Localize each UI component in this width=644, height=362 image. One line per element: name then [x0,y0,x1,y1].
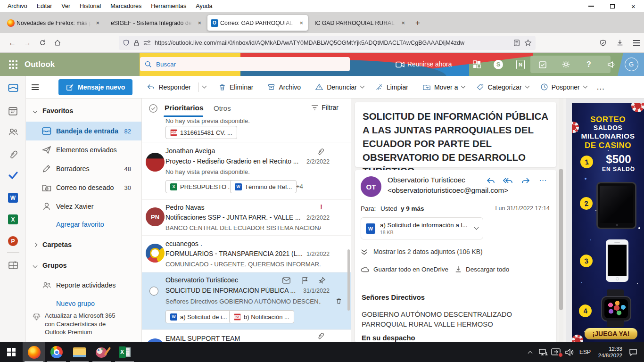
save-onedrive-button[interactable]: Guardar todo en OneDrive [361,266,448,273]
tab-esigef[interactable]: eSIGEF - Sistema Integrado de Gestió × [106,15,206,31]
toolbar-more-button[interactable]: … [596,82,606,92]
rail-excel-icon[interactable]: X [0,214,26,224]
tab-outlook-mail-active[interactable]: O Correo: GAD PARROQUIAL VALL × [207,15,308,31]
flag-icon[interactable] [302,277,308,284]
sidebar-item-drafts[interactable]: Borradores 48 [26,159,141,178]
add-favorite-link[interactable]: Agregar favorito [26,216,141,233]
sidebar-item-sent[interactable]: Elementos enviados [26,140,141,159]
filter-button[interactable]: Filtrar [311,104,339,111]
action-needed-icon[interactable] [551,347,563,357]
attachment-chip[interactable]: PDF 1316615481 CV. ... [165,126,237,139]
delete-button[interactable]: Eliminar [218,83,257,91]
sidebar-item-group[interactable]: Reporte actividades [26,277,141,294]
sweep-button[interactable]: Limpiar [375,83,412,91]
settings-gear-icon[interactable] [559,53,573,76]
to-more[interactable]: y 9 más [401,205,424,212]
forward-icon[interactable] [521,177,530,185]
groups-header[interactable]: Grupos [26,257,141,274]
ad-banner[interactable]: SORTEO SALDOS MILLONARIOS DE CASINO 1 $5… [572,103,644,342]
rail-people-icon[interactable] [0,128,26,137]
show-attachments-toggle[interactable]: Mostrar los 2 datos adjuntos (106 KB) [361,248,483,255]
downloads-icon[interactable] [616,39,624,47]
download-all-button[interactable]: Descargar todo [455,266,509,273]
tab-firefox-news[interactable]: Novedades de Firefox: más priva × [4,15,104,31]
list-item-observatorio-selected[interactable]: Observatorio Turisticoec SOLICITUD DE IN… [142,272,351,330]
language-indicator[interactable]: ESP [576,349,594,355]
taskbar-paint[interactable] [91,342,113,362]
rail-more-apps-icon[interactable] [0,260,26,270]
menu-editar[interactable]: Editar [32,3,57,9]
report-button[interactable]: Denunciar [315,83,364,91]
sidebar-item-junk[interactable]: Correo no deseado 30 [26,178,141,197]
sidebar-item-inbox[interactable]: Bandeja de entrada 82 [26,122,141,140]
message-more-button[interactable]: … [539,174,548,183]
chevron-down-icon[interactable] [360,84,365,89]
shield-check-icon[interactable] [599,39,607,47]
clock[interactable]: 12:33 24/8/2022 [596,346,622,359]
start-button[interactable] [0,342,23,362]
minimize-button[interactable] [580,0,602,12]
tab-close-icon[interactable]: × [94,19,101,26]
action-center-button[interactable] [624,348,642,356]
sender-avatar[interactable]: OT [361,176,381,197]
categorize-button[interactable]: Categorizar [476,83,528,91]
list-item-pedro[interactable]: PN Pedro Navas ! Notificaciones SSP - JU… [142,200,351,236]
mark-read-icon[interactable] [282,277,290,284]
premium-upsell[interactable]: Actualizar a Microsoft 365 con Caracterí… [45,312,116,337]
favorites-header[interactable]: Favoritos [26,102,141,119]
search-box[interactable]: Buscar [140,57,350,71]
tab-ic-gad[interactable]: IC GAD PARROQUIAL RURAL VALLE × [309,15,410,31]
rail-word-icon[interactable]: W [0,193,26,203]
tray-hidden-icons-button[interactable] [524,350,537,355]
trash-icon[interactable] [335,297,342,305]
restore-button[interactable] [602,0,623,12]
attachment-chip[interactable]: W Término de Ref... [230,180,297,193]
account-avatar[interactable]: G [623,53,639,76]
menu-ayuda[interactable]: Ayuda [191,3,217,9]
bookmark-star-icon[interactable] [524,39,532,47]
sender-name[interactable]: Observatorio Turisticoec [388,176,465,184]
list-item-ecuanegos[interactable]: ecuanegos . FORMULARIOS - TRANSPARENCIA … [142,236,351,272]
sender-email[interactable]: <observatorioturisticoec@gmail.com> [388,186,508,195]
attachment-chip[interactable]: PDF b) Notificación ... [229,310,294,323]
taskbar-file-explorer[interactable] [68,342,91,362]
reader-view-icon[interactable] [513,40,520,46]
meet-now-label[interactable]: Reunirse ahora [407,53,452,76]
tab-focused[interactable]: Prioritarios [165,104,204,112]
tab-close-icon[interactable]: × [298,19,305,26]
close-button[interactable]: × [623,0,644,12]
list-item-email-support[interactable]: EMAIL SUPPORT TEAM [142,330,351,342]
chevron-down-icon[interactable] [202,84,206,89]
speaker-icon[interactable] [565,348,574,356]
archive-button[interactable]: Archivo [267,83,305,91]
back-button[interactable]: ← [5,35,20,50]
snooze-button[interactable]: Posponer [540,83,587,91]
rail-calendar-icon[interactable] [0,106,26,116]
forward-button[interactable]: → [20,35,35,50]
rail-todo-icon[interactable] [0,171,26,180]
pin-icon[interactable] [318,277,326,284]
list-item-jonathan[interactable]: Jonathan Aveiga Proyecto - Rediseño Grad… [142,142,351,200]
rail-attachments-icon[interactable] [0,149,26,159]
sidebar-item-contact[interactable]: Velez Xavier [26,197,141,216]
menu-marcadores[interactable]: Marcadores [106,3,146,9]
chevron-down-icon[interactable] [525,84,529,89]
reader-scrollbar-thumb[interactable] [559,169,563,310]
app-menu-icon[interactable] [633,42,640,43]
new-tab-button[interactable]: + [411,16,424,30]
attachment-card[interactable]: W a) Solicitud de información a l... 18 … [361,217,483,239]
tab-other[interactable]: Otros [214,104,231,112]
ad-cta-button[interactable]: ¡JUEGA YA! [585,328,637,339]
home-button[interactable] [50,35,65,50]
reply-icon[interactable] [486,177,495,185]
chevron-down-icon[interactable] [583,84,587,89]
menu-ver[interactable]: Ver [57,3,75,9]
attachment-chip[interactable]: X PRESUPUESTO ... [165,180,238,193]
list-scrollbar[interactable] [347,249,350,311]
move-to-button[interactable]: Mover a [422,83,465,91]
url-bar[interactable]: https://outlook.live.com/mail/0/inbox/id… [119,36,536,50]
taskbar-chrome[interactable] [45,342,68,362]
rail-powerpoint-icon[interactable]: P [0,236,26,246]
to-primary[interactable]: Usted [380,205,397,212]
taskbar-excel[interactable]: X [113,342,136,362]
